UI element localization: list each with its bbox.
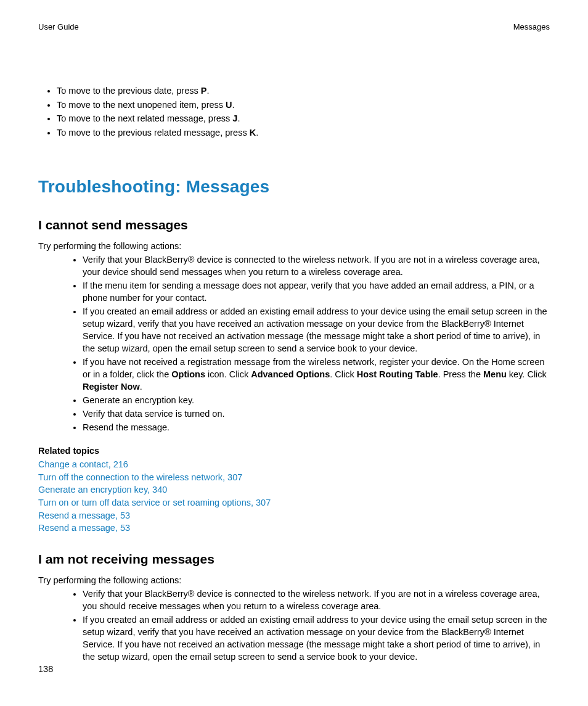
body-text: key. Click (507, 369, 547, 379)
document-page: User Guide Messages To move to the previ… (0, 0, 588, 706)
related-links-list: Change a contact, 216Turn off the connec… (38, 458, 550, 534)
shortcut-text: . (237, 113, 240, 123)
related-link[interactable]: Generate an encryption key, 340 (38, 485, 167, 495)
bullet-item: If you have not received a registration … (83, 356, 550, 394)
shortcut-item: To move to the next unopened item, press… (57, 99, 550, 113)
body-text: Verify that data service is turned on. (83, 409, 225, 419)
bullet-item: Resend the message. (83, 421, 550, 435)
section1-title: I cannot send messages (38, 218, 550, 232)
body-text: Verify that your BlackBerry® device is c… (83, 589, 540, 611)
bold-text: Menu (483, 369, 507, 379)
shortcut-text: . (206, 86, 209, 96)
shortcut-text: To move to the previous date, press (57, 86, 201, 96)
bold-text: Advanced Options (251, 369, 330, 379)
shortcut-item: To move to the previous date, press P. (57, 84, 550, 99)
bullet-item: Verify that your BlackBerry® device is c… (83, 253, 550, 279)
bullet-item: Generate an encryption key. (83, 394, 550, 408)
bold-text: Options (171, 369, 205, 379)
shortcut-item: To move to the previous related message,… (57, 126, 550, 141)
section2-bullets: Verify that your BlackBerry® device is c… (38, 588, 550, 664)
shortcut-key: P (201, 86, 207, 96)
related-topics-heading: Related topics (38, 446, 550, 456)
shortcut-text: To move to the next unopened item, press (57, 100, 226, 110)
shortcut-text: To move to the previous related message,… (57, 128, 250, 138)
body-text: If you created an email address or added… (83, 615, 547, 662)
related-link[interactable]: Turn on or turn off data service or set … (38, 498, 271, 507)
section2-intro: Try performing the following actions: (38, 575, 550, 585)
bullet-item: Verify that data service is turned on. (83, 408, 550, 421)
bullet-item: If the menu item for sending a message d… (83, 279, 550, 305)
body-text: Generate an encryption key. (83, 395, 194, 405)
related-link[interactable]: Resend a message, 53 (38, 511, 130, 520)
related-link[interactable]: Resend a message, 53 (38, 523, 130, 533)
bullet-item: If you created an email address or added… (83, 614, 550, 664)
shortcut-text: . (256, 128, 258, 138)
section2-title: I am not receiving messages (38, 552, 550, 567)
header-right: Messages (513, 22, 550, 31)
shortcut-text: . (232, 100, 235, 110)
main-heading: Troubleshooting: Messages (38, 177, 550, 197)
page-header: User Guide Messages (38, 22, 550, 31)
shortcut-key: K (250, 128, 256, 138)
shortcut-text: To move to the next related message, pre… (57, 113, 232, 123)
shortcut-key: U (226, 100, 232, 110)
body-text: If the menu item for sending a message d… (83, 281, 534, 303)
bold-text: Host Routing Table (357, 369, 438, 379)
body-text: . Press the (438, 369, 483, 379)
body-text: Resend the message. (83, 422, 169, 432)
body-text: icon. Click (205, 369, 251, 379)
body-text: Verify that your BlackBerry® device is c… (83, 255, 540, 277)
body-text: If you created an email address or added… (83, 306, 547, 353)
body-text: . (140, 382, 142, 392)
bold-text: Register Now (83, 382, 140, 392)
body-text: . Click (330, 369, 357, 379)
page-number: 138 (38, 664, 53, 674)
shortcut-list: To move to the previous date, press P.To… (38, 84, 550, 140)
related-link[interactable]: Turn off the connection to the wireless … (38, 472, 242, 482)
bullet-item: Verify that your BlackBerry® device is c… (83, 588, 550, 614)
header-left: User Guide (38, 22, 79, 31)
section1-bullets: Verify that your BlackBerry® device is c… (38, 253, 550, 435)
bullet-item: If you created an email address or added… (83, 305, 550, 356)
section1-intro: Try performing the following actions: (38, 241, 550, 251)
shortcut-item: To move to the next related message, pre… (57, 112, 550, 126)
related-link[interactable]: Change a contact, 216 (38, 459, 128, 469)
